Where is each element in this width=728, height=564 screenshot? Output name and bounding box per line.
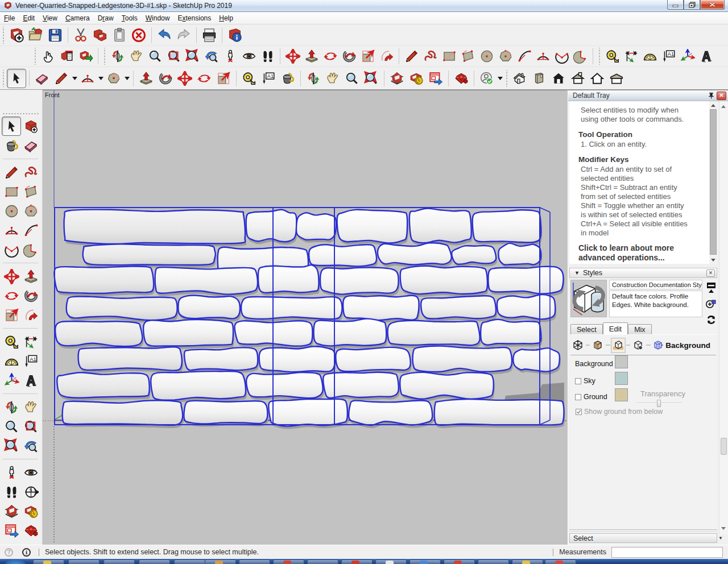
zoom-extents-tool-button[interactable] (362, 69, 381, 88)
arc-tool-button[interactable] (21, 221, 40, 240)
pan-tool-button[interactable] (323, 69, 342, 88)
dimension-tool-button[interactable] (21, 332, 40, 351)
toolbar-drag-handle[interactable] (598, 48, 601, 65)
hand-select-tool-button[interactable] (39, 47, 57, 65)
pie-tool-button[interactable] (571, 47, 590, 65)
tray-scroll-down-icon[interactable] (719, 524, 727, 532)
menu-extensions[interactable]: Extensions (173, 13, 215, 23)
stone[interactable] (67, 296, 177, 320)
select-panel-bar[interactable]: Select (569, 533, 717, 543)
instructor-scroll-thumb[interactable] (710, 109, 717, 255)
scroll-down-icon[interactable] (709, 256, 717, 264)
pan-tool-button[interactable] (127, 47, 146, 65)
instructor-learn-more-link[interactable]: Click to learn about more advanced opera… (578, 243, 689, 263)
follow-me-tool-button[interactable] (21, 286, 40, 305)
two-point-arc-tool-button[interactable] (533, 47, 552, 65)
rotate-tool-button[interactable] (195, 69, 214, 88)
zoom-window-tool-button[interactable] (164, 47, 183, 65)
credits-info-icon[interactable]: i (22, 548, 31, 557)
paint-tool-button[interactable] (278, 69, 297, 88)
shapes-tool-button[interactable] (104, 69, 123, 88)
scale-tool-button[interactable] (2, 305, 21, 325)
select-tool-button[interactable] (7, 69, 26, 88)
offset-tool-button[interactable] (377, 47, 396, 65)
instructor-scrollbar[interactable] (709, 101, 717, 264)
three-point-arc-tool-button[interactable] (2, 240, 21, 259)
tray-close-button[interactable]: ✕ (717, 92, 726, 100)
three-point-arc-tool-button[interactable] (552, 47, 571, 65)
stone[interactable] (55, 321, 142, 346)
house-outline-tool-button[interactable] (588, 69, 607, 88)
3d-warehouse-tool-button[interactable] (387, 69, 407, 88)
tray-scroll-up-icon[interactable] (719, 102, 727, 110)
ground-color-swatch[interactable] (615, 388, 628, 401)
taskbar-button[interactable] (139, 559, 170, 564)
eraser-tool-button[interactable] (32, 69, 52, 88)
3d-text-tool-button[interactable] (21, 371, 40, 390)
stone[interactable] (421, 296, 496, 318)
share-model-tool-button[interactable] (21, 501, 40, 521)
circle-tool-button[interactable] (477, 47, 496, 65)
stone[interactable] (481, 320, 541, 345)
zoom-tool-button[interactable] (342, 69, 362, 88)
stone[interactable] (320, 267, 399, 294)
style-thumbnail[interactable] (570, 280, 607, 317)
stone[interactable] (435, 399, 564, 425)
drawing-viewport[interactable]: Front (43, 90, 568, 545)
styles-tab-edit[interactable]: Edit (603, 322, 628, 334)
face-settings-button[interactable] (590, 338, 605, 353)
redo-tool-button[interactable] (174, 26, 193, 45)
zoom-window-tool-button[interactable] (21, 417, 40, 436)
menu-help[interactable]: Help (215, 13, 237, 23)
stone[interactable] (413, 346, 512, 372)
walk-tool-button[interactable] (258, 47, 277, 65)
push-pull-tool-button[interactable] (136, 69, 156, 88)
taskbar-button[interactable] (68, 559, 100, 564)
two-point-arc-tool-button[interactable] (78, 69, 97, 88)
stone[interactable] (498, 243, 541, 265)
stone[interactable] (57, 372, 149, 398)
stone[interactable] (241, 297, 342, 319)
restore-button[interactable] (684, 0, 700, 10)
rectangle-tool-button[interactable] (440, 47, 458, 65)
orbit-tool-button[interactable] (108, 47, 127, 65)
text-tool-button[interactable]: A1 (659, 47, 678, 65)
tray-scroll-thumb[interactable] (721, 438, 727, 455)
move-tool-button[interactable] (175, 69, 195, 88)
section-plane-tool-button[interactable]: N (21, 482, 40, 501)
eraser-tool-button[interactable] (21, 136, 40, 155)
component-box-tool-button[interactable] (530, 69, 549, 88)
line-dropdown-arrow-icon[interactable] (71, 70, 78, 87)
toolbar-drag-handle[interactable] (34, 48, 37, 65)
cut-tool-button[interactable] (71, 26, 90, 45)
close-button[interactable] (700, 0, 725, 10)
paste-tool-button[interactable] (110, 26, 129, 45)
sky-color-swatch[interactable] (615, 372, 628, 385)
menu-draw[interactable]: Draw (94, 13, 118, 23)
rotate-tool-button[interactable] (321, 47, 340, 65)
menu-window[interactable]: Window (142, 13, 174, 23)
house-flat-tool-button[interactable] (568, 69, 588, 88)
toolbar-drag-handle[interactable] (2, 70, 5, 87)
circle-tool-button[interactable] (2, 201, 21, 221)
two-point-arc-dropdown-arrow-icon[interactable] (97, 70, 104, 87)
styles-tab-select[interactable]: Select (570, 324, 603, 334)
house-3d-tool-button[interactable] (510, 69, 530, 88)
secondary-pane-toggle-button[interactable] (705, 281, 717, 294)
pin-tray-button[interactable] (706, 91, 715, 100)
taskbar-button[interactable] (239, 559, 270, 564)
tape-measure-tool-button[interactable] (2, 332, 21, 351)
tray-scrollbar[interactable] (719, 101, 728, 534)
menu-tools[interactable]: Tools (118, 13, 142, 23)
sky-checkbox[interactable] (575, 378, 581, 384)
arc-tool-button[interactable] (515, 47, 533, 65)
3d-warehouse-tool-button[interactable] (2, 501, 21, 521)
protractor-tool-button[interactable] (640, 47, 659, 65)
dimension-tool-button[interactable] (622, 47, 640, 65)
rotated-rectangle-tool-button[interactable] (458, 47, 477, 65)
stone[interactable] (296, 213, 336, 240)
shapes-dropdown-arrow-icon[interactable] (123, 70, 130, 87)
move-tool-button[interactable] (283, 47, 302, 65)
zoom-extents-tool-button[interactable] (2, 436, 21, 455)
watermark-settings-button[interactable] (631, 338, 646, 353)
